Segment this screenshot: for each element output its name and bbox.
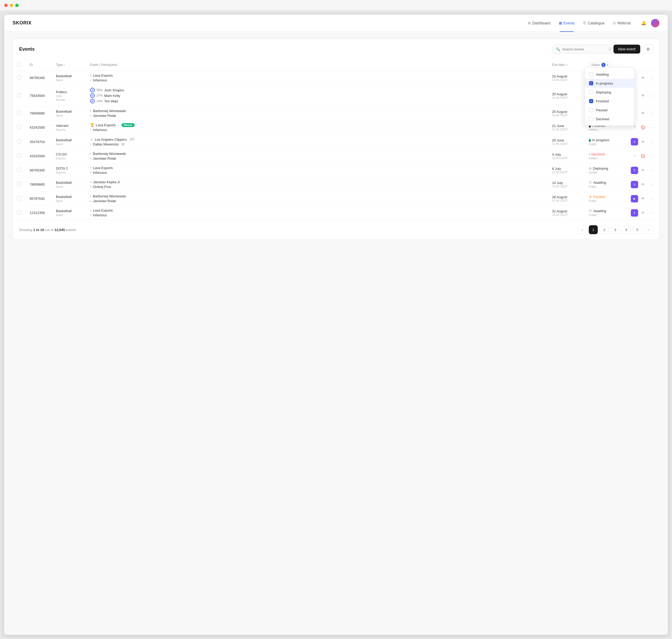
- col-header-event: Event / Participants: [86, 59, 548, 71]
- new-event-button[interactable]: New event: [613, 45, 640, 53]
- row-eye-button[interactable]: 👁: [639, 92, 646, 99]
- row-type: Basketball Sport: [52, 71, 86, 85]
- dd-item-paused[interactable]: Paused: [585, 106, 634, 114]
- row-eye-button[interactable]: 👁: [639, 167, 646, 174]
- nav-events[interactable]: ▦ Events: [555, 19, 579, 27]
- row-question-button[interactable]: ?: [631, 153, 638, 160]
- row-eye-hidden-button[interactable]: 🚫: [639, 124, 646, 131]
- dd-item-finished[interactable]: ✓ Finished: [585, 97, 634, 106]
- row-type: Basketball Sport: [52, 192, 86, 206]
- row-status: ●Declined Hidden: [584, 149, 627, 163]
- table-row: 43242560 CS:GO Esports Bartlomiej Wisnie…: [13, 149, 659, 163]
- row-type: Valorant Esports: [52, 121, 86, 135]
- nav-catalogue[interactable]: ☰ Catalogue: [579, 19, 608, 27]
- row-checkbox[interactable]: [17, 154, 21, 158]
- row-participants: Jaroslav Kepka Jr Ondrej Pros: [86, 177, 548, 192]
- row-participants: Bartlomiej Wisniewski Jaroslaw Rolak: [86, 149, 548, 163]
- close-button[interactable]: [4, 4, 7, 7]
- nav-referral[interactable]: ⊡ Referral: [609, 19, 634, 27]
- row-more-button[interactable]: ···: [647, 138, 655, 145]
- row-more-button[interactable]: ···: [647, 74, 655, 82]
- row-more-button[interactable]: ···: [647, 110, 655, 117]
- row-more-button[interactable]: ···: [647, 167, 655, 174]
- row-pause-button[interactable]: ⏸: [631, 181, 638, 188]
- row-checkbox[interactable]: [17, 168, 21, 172]
- row-eye-button[interactable]: 👁: [639, 209, 646, 217]
- row-pause-button[interactable]: ⏸: [631, 209, 638, 217]
- row-id: 75634564: [26, 85, 52, 106]
- row-id: 43242560: [26, 121, 52, 135]
- dd-check-awaiting[interactable]: [589, 72, 593, 76]
- row-eye-button[interactable]: 👁: [639, 195, 646, 202]
- nav-dashboard[interactable]: ⊞ Dashboard: [524, 19, 554, 27]
- col-header-status[interactable]: Status 2 ▾ Awaiting: [584, 59, 627, 71]
- row-checkbox[interactable]: [17, 196, 21, 200]
- table-row: 95787642 Basketball Sport Bartlomiej Wis…: [13, 192, 659, 206]
- row-checkbox[interactable]: [17, 182, 21, 186]
- row-date: 15 August 12:45 CEST: [548, 71, 584, 85]
- row-date: 21 June 12:45 CEST: [548, 121, 584, 135]
- row-status: ●In progress Public: [584, 135, 627, 149]
- row-more-button[interactable]: ···: [647, 124, 655, 131]
- row-type: Basketball Sport: [52, 206, 86, 220]
- row-id: 43242560: [26, 149, 52, 163]
- row-checkbox[interactable]: [17, 93, 21, 97]
- row-eye-button[interactable]: 👁: [639, 74, 646, 82]
- row-actions: ⏸ 👁 ···: [631, 209, 655, 217]
- dd-check-finished[interactable]: ✓: [589, 99, 593, 103]
- page-5-button[interactable]: 5: [633, 225, 642, 234]
- col-header-date[interactable]: End date ⇅: [548, 59, 584, 71]
- search-input[interactable]: [562, 47, 606, 51]
- dd-check-paused[interactable]: [589, 108, 593, 112]
- row-actions: ⏸ 👁 ···: [631, 167, 655, 174]
- search-box[interactable]: 🔍 /: [552, 45, 610, 53]
- row-eye-button[interactable]: 👁: [639, 138, 646, 145]
- row-checkbox[interactable]: [17, 111, 21, 115]
- events-icon: ▦: [559, 21, 562, 25]
- dd-check-deploying[interactable]: [589, 90, 593, 94]
- dd-check-declined[interactable]: [589, 117, 593, 121]
- row-checkbox[interactable]: [17, 75, 21, 80]
- dd-item-declined[interactable]: Declined: [585, 114, 634, 123]
- page-1-button[interactable]: 1: [589, 225, 598, 234]
- row-actions: ? 🚫 ···: [631, 124, 655, 131]
- page-2-button[interactable]: 2: [600, 225, 609, 234]
- row-eye-button[interactable]: 👁: [639, 181, 646, 188]
- page-3-button[interactable]: 3: [611, 225, 620, 234]
- row-participants: D38%Josh Shapiro D27%Mark Kelly D14%Tim …: [86, 85, 548, 106]
- page-4-button[interactable]: 4: [622, 225, 631, 234]
- row-status: ⚙Deploying Visible: [584, 163, 627, 177]
- maximize-button[interactable]: [15, 4, 19, 7]
- dd-check-inprogress[interactable]: ✓: [589, 81, 593, 85]
- row-pause-button[interactable]: ⏸: [631, 167, 638, 174]
- row-checkbox[interactable]: [17, 139, 21, 144]
- row-more-button[interactable]: ···: [647, 153, 655, 160]
- page-next-button[interactable]: →: [644, 225, 653, 234]
- search-icon: 🔍: [556, 47, 560, 51]
- settings-button[interactable]: ⚙: [643, 44, 653, 54]
- row-more-button[interactable]: ···: [647, 92, 655, 99]
- row-checkbox[interactable]: [17, 210, 21, 215]
- row-date: 29 June 12:45 CEST: [548, 135, 584, 149]
- dd-item-awaiting[interactable]: Awaiting: [585, 70, 634, 79]
- row-participants: Bartlomiej Wisniewski Jaroslaw Rolak: [86, 192, 548, 206]
- row-play-button[interactable]: ▶: [631, 195, 638, 202]
- row-pause-button[interactable]: ⏸: [631, 138, 638, 145]
- row-type: Basketball Sport: [52, 135, 86, 149]
- page-prev-button[interactable]: ←: [578, 225, 587, 234]
- row-eye-button[interactable]: 👁: [639, 110, 646, 117]
- row-eye-hidden-button[interactable]: 🚫: [639, 153, 646, 160]
- row-checkbox[interactable]: [17, 125, 21, 129]
- row-more-button[interactable]: ···: [647, 181, 655, 188]
- col-header-type[interactable]: Type ▾: [52, 59, 86, 71]
- avatar[interactable]: [651, 19, 659, 27]
- select-all-checkbox[interactable]: [17, 62, 21, 67]
- row-more-button[interactable]: ···: [647, 209, 655, 217]
- minimize-button[interactable]: [10, 4, 13, 7]
- dd-item-deploying[interactable]: Deploying: [585, 88, 634, 97]
- dd-item-inprogress[interactable]: ✓ In progress: [585, 79, 634, 88]
- row-more-button[interactable]: ···: [647, 195, 655, 202]
- row-id: 12312356: [26, 206, 52, 220]
- row-date: 8 July 12:45 CEST: [548, 163, 584, 177]
- notifications-icon[interactable]: 🔔: [639, 19, 648, 27]
